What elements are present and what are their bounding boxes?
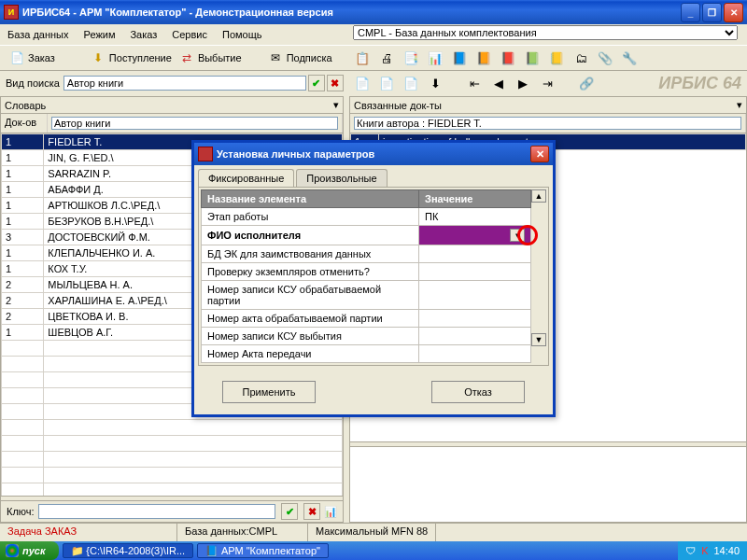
key-input[interactable]	[38, 504, 275, 519]
apply-button[interactable]: Применить	[222, 381, 316, 403]
nav-icon-5[interactable]: ⇤	[465, 74, 484, 92]
key-row: Ключ: ✔ ✖ 📊	[1, 501, 343, 522]
tray-icon-2[interactable]: K	[701, 545, 708, 556]
status-task: Задача ЗАКАЗ	[0, 524, 177, 541]
col-param-value: Значение	[419, 190, 531, 208]
param-row[interactable]: БД ЭК для заимствования данных	[202, 245, 531, 263]
search-row: Вид поиска ✔ ✖ 📄 📄 📄 ⬇ ⇤ ◀ ▶ ⇥ 🔗 ИРБИС 6…	[0, 71, 747, 95]
brand-watermark: ИРБИС 64	[658, 74, 741, 93]
col-header-author[interactable]	[48, 114, 343, 133]
start-button[interactable]: пуск	[0, 541, 59, 560]
tool-icon-6[interactable]: 📙	[474, 49, 493, 67]
tab-fixed[interactable]: Фиксированные	[198, 169, 294, 187]
scroll-down-icon[interactable]: ▼	[531, 333, 546, 346]
tool-icon-8[interactable]: 📗	[523, 49, 542, 67]
collapse-icon-2[interactable]: ▾	[737, 99, 742, 111]
tray-clock: 14:40	[713, 545, 740, 556]
param-row[interactable]: Номер записи КСУ выбытия	[202, 328, 531, 345]
tool-icon-9[interactable]: 📒	[547, 49, 566, 67]
search-label: Вид поиска	[6, 77, 60, 89]
nav-icon-3[interactable]: 📄	[402, 74, 420, 92]
key-cancel-button[interactable]: ✖	[303, 503, 320, 520]
tray-icon-1[interactable]: 🛡	[685, 545, 696, 556]
param-row[interactable]: ФИО исполнителя▾	[202, 226, 531, 245]
app-icon: И	[4, 5, 19, 20]
nav-icon-1[interactable]: 📄	[353, 74, 372, 92]
status-db: База данных:CMPL	[177, 524, 308, 541]
col-header-count: Док-ов	[1, 114, 48, 133]
tool-icon-10[interactable]: 🗂	[571, 49, 590, 67]
database-selector[interactable]: CMPL - База данных комплектования	[353, 25, 738, 40]
windows-taskbar: пуск 📁 {C:\IR64-2008(3)\IR... 📘 АРМ "Ком…	[0, 541, 747, 560]
search-input[interactable]	[63, 76, 306, 91]
params-scrollbar[interactable]: ▲ ▼	[531, 189, 546, 363]
dictionary-header: Словарь ▾	[1, 97, 343, 114]
dialog-close-button[interactable]: ✕	[530, 146, 549, 162]
nav-icon-7[interactable]: ▶	[514, 74, 532, 92]
param-row[interactable]: Номер акта обрабатываемой партии	[202, 310, 531, 328]
tool-icon-12[interactable]: 🔧	[620, 49, 639, 67]
disposal-icon: ⇄	[179, 50, 194, 65]
collapse-icon[interactable]: ▾	[333, 99, 339, 111]
dialog-titlebar[interactable]: Установка личных параметров ✕	[194, 143, 553, 165]
nav-icon-9[interactable]: 🔗	[577, 74, 596, 92]
taskbar-item-1[interactable]: 📁 {C:\IR64-2008(3)\IR...	[63, 543, 194, 558]
key-tool-icon[interactable]: 📊	[324, 506, 337, 518]
search-ok-button[interactable]: ✔	[308, 75, 325, 91]
dropdown-button[interactable]: ▾	[510, 229, 525, 242]
key-ok-button[interactable]: ✔	[281, 503, 298, 520]
receipt-button[interactable]: ⬇Поступление	[87, 49, 176, 67]
taskbar-item-2[interactable]: 📘 АРМ "Комплектатор"	[197, 543, 329, 558]
cancel-button[interactable]: Отказ	[431, 381, 525, 403]
print-icon[interactable]: 🖨	[377, 49, 396, 67]
params-table[interactable]: Название элементаЗначение Этап работыПКФ…	[201, 189, 531, 363]
menu-order[interactable]: Заказ	[122, 26, 164, 43]
close-button[interactable]: ✕	[724, 3, 743, 22]
dialog-icon	[198, 147, 213, 161]
window-title: ИРБИС64 - АРМ "Комплектатор" - Демонстра…	[22, 7, 681, 18]
status-mfn: Максимальный MFN 88	[308, 524, 436, 541]
param-row[interactable]: Номер Акта передачи	[202, 345, 531, 363]
tool-icon-1[interactable]: 📋	[353, 49, 372, 67]
status-bar: Задача ЗАКАЗ База данных:CMPL Максимальн…	[0, 523, 747, 541]
tool-icon-3[interactable]: 📑	[402, 49, 420, 67]
disposal-button[interactable]: ⇄Выбытие	[176, 49, 246, 67]
tool-icon-11[interactable]: 📎	[596, 49, 614, 67]
col-param-name: Название элемента	[202, 190, 419, 208]
order-icon: 📄	[9, 50, 24, 65]
param-row[interactable]: Этап работыПК	[202, 208, 531, 226]
mail-icon: ✉	[268, 50, 283, 65]
key-label: Ключ:	[7, 506, 35, 517]
maximize-button[interactable]: ❐	[702, 3, 722, 22]
nav-icon-6[interactable]: ◀	[489, 74, 508, 92]
dialog-title: Установка личных параметров	[217, 148, 374, 160]
tab-custom[interactable]: Произвольные	[296, 169, 387, 187]
order-button[interactable]: 📄Заказ	[6, 49, 59, 67]
menu-bar: База данных Режим Заказ Сервис Помощь CM…	[0, 24, 747, 45]
param-row[interactable]: Проверку экземпляров отменить?	[202, 263, 531, 281]
system-tray[interactable]: 🛡 K 14:40	[678, 541, 747, 560]
nav-icon-8[interactable]: ⇥	[538, 74, 557, 92]
nav-icon-4[interactable]: ⬇	[426, 74, 444, 92]
search-cancel-button[interactable]: ✖	[327, 75, 344, 91]
tool-icon-4[interactable]: 📊	[426, 49, 444, 67]
menu-help[interactable]: Помощь	[215, 26, 270, 43]
menu-database[interactable]: База данных	[0, 26, 77, 43]
related-header: Связанные док-ты ▾	[350, 97, 746, 114]
receipt-icon: ⬇	[91, 50, 106, 65]
minimize-button[interactable]: _	[681, 3, 700, 22]
related-filter[interactable]	[350, 114, 746, 133]
tool-icon-7[interactable]: 📕	[499, 49, 517, 67]
param-row[interactable]: Номер записи КСУ обрабатываемой партии	[202, 281, 531, 310]
subscribe-button[interactable]: ✉Подписка	[264, 49, 336, 67]
toolbar-icon-group: 📋 🖨 📑 📊 📘 📙 📕 📗 📒 🗂 📎 🔧	[353, 49, 639, 67]
menu-mode[interactable]: Режим	[77, 26, 123, 43]
scroll-up-icon[interactable]: ▲	[531, 189, 546, 203]
windows-logo-icon	[6, 544, 19, 557]
tool-icon-5[interactable]: 📘	[450, 49, 469, 67]
detail-area	[350, 447, 746, 522]
menu-service[interactable]: Сервис	[164, 26, 215, 43]
personal-params-dialog: Установка личных параметров ✕ Фиксирован…	[191, 140, 556, 417]
nav-icon-2[interactable]: 📄	[377, 74, 396, 92]
window-titlebar: И ИРБИС64 - АРМ "Комплектатор" - Демонст…	[0, 0, 747, 24]
